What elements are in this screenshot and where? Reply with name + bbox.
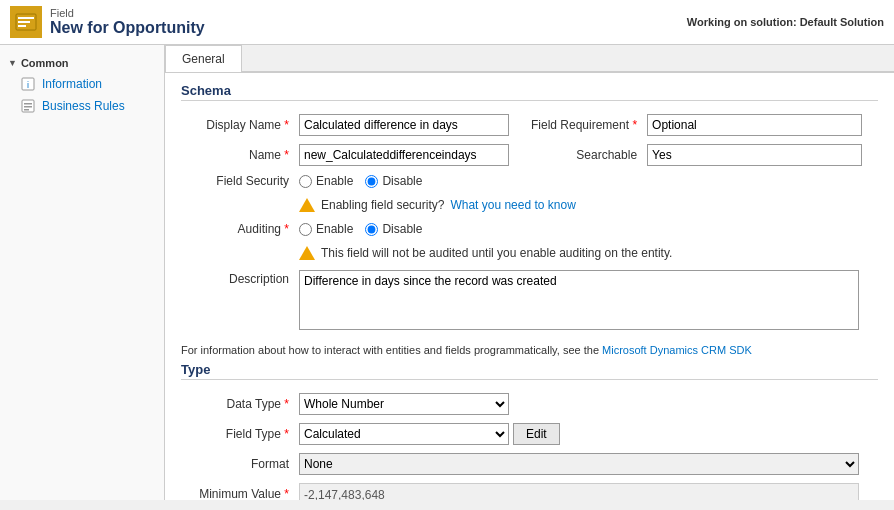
description-cell: Difference in days since the record was … bbox=[295, 267, 876, 336]
tab-general[interactable]: General bbox=[165, 45, 242, 72]
field-security-warning-row: Enabling field security? What you need t… bbox=[299, 196, 872, 214]
field-security-cell: Enable Disable bbox=[295, 171, 876, 191]
edit-button[interactable]: Edit bbox=[513, 423, 560, 445]
auditing-warning-spacer bbox=[183, 241, 293, 265]
auditing-warning-cell: This field will not be audited until you… bbox=[295, 241, 876, 265]
field-requirement-label: Field Requirement * bbox=[527, 111, 641, 139]
field-requirement-select-wrapper: Optional Business Recommended Business R… bbox=[647, 114, 862, 136]
field-security-warning-text: Enabling field security? bbox=[321, 198, 444, 212]
svg-rect-8 bbox=[24, 106, 32, 108]
auditing-required: * bbox=[284, 222, 289, 236]
form-content: Schema Display Name * Field Requirement … bbox=[165, 73, 894, 500]
name-required: * bbox=[284, 148, 289, 162]
field-type-label: Field Type * bbox=[183, 420, 293, 448]
header: Field New for Opportunity Working on sol… bbox=[0, 0, 894, 45]
schema-section-title: Schema bbox=[181, 83, 878, 101]
header-title: New for Opportunity bbox=[50, 19, 205, 37]
min-value-required: * bbox=[284, 487, 289, 500]
main-content: General Schema Display Name * Field Requ… bbox=[165, 45, 894, 500]
sidebar-item-business-rules[interactable]: Business Rules bbox=[0, 95, 164, 117]
field-security-enable-label[interactable]: Enable bbox=[299, 174, 353, 188]
auditing-cell: Enable Disable bbox=[295, 219, 876, 239]
information-icon: i bbox=[20, 76, 36, 92]
sdk-link[interactable]: Microsoft Dynamics CRM SDK bbox=[602, 344, 752, 356]
tab-bar: General bbox=[165, 45, 894, 73]
sidebar-item-information-label: Information bbox=[42, 77, 102, 91]
type-table: Data Type * Whole Number Single Line of … bbox=[181, 388, 878, 500]
auditing-enable-label[interactable]: Enable bbox=[299, 222, 353, 236]
field-requirement-cell: Optional Business Recommended Business R… bbox=[643, 111, 876, 139]
display-name-label: Display Name * bbox=[183, 111, 293, 139]
svg-text:i: i bbox=[27, 80, 29, 90]
searchable-cell: Yes No bbox=[643, 141, 876, 169]
data-type-required: * bbox=[284, 397, 289, 411]
field-type-group: Simple Calculated Rollup Edit bbox=[299, 423, 872, 445]
field-security-radio-group: Enable Disable bbox=[299, 174, 872, 188]
name-cell bbox=[295, 141, 525, 169]
sidebar-section-header: ▼ Common bbox=[0, 53, 164, 73]
header-left: Field New for Opportunity bbox=[10, 6, 205, 38]
display-name-input[interactable] bbox=[299, 114, 509, 136]
field-security-link[interactable]: What you need to know bbox=[450, 198, 575, 212]
auditing-warning-icon bbox=[299, 246, 315, 260]
header-title-block: Field New for Opportunity bbox=[50, 7, 205, 37]
name-label: Name * bbox=[183, 141, 293, 169]
sidebar-item-information[interactable]: i Information bbox=[0, 73, 164, 95]
searchable-select-wrapper: Yes No bbox=[647, 144, 862, 166]
field-security-spacer bbox=[183, 193, 293, 217]
data-type-label: Data Type * bbox=[183, 390, 293, 418]
field-type-required: * bbox=[284, 427, 289, 441]
field-security-label: Field Security bbox=[183, 171, 293, 191]
auditing-warning-text: This field will not be audited until you… bbox=[321, 246, 672, 260]
header-subtitle: Field bbox=[50, 7, 205, 19]
field-type-cell: Simple Calculated Rollup Edit bbox=[295, 420, 876, 448]
sidebar-item-business-rules-label: Business Rules bbox=[42, 99, 125, 113]
name-input[interactable] bbox=[299, 144, 509, 166]
sidebar-section-label: Common bbox=[21, 57, 69, 69]
sidebar-section-common: ▼ Common i Information bbox=[0, 49, 164, 121]
type-section-title: Type bbox=[181, 362, 878, 380]
data-type-cell: Whole Number Single Line of Text Decimal… bbox=[295, 390, 876, 418]
business-rules-icon bbox=[20, 98, 36, 114]
svg-rect-1 bbox=[18, 17, 34, 19]
format-cell: None bbox=[295, 450, 876, 478]
format-label: Format bbox=[183, 450, 293, 478]
auditing-label: Auditing * bbox=[183, 219, 293, 239]
searchable-select[interactable]: Yes No bbox=[647, 144, 862, 166]
searchable-label: Searchable bbox=[527, 141, 641, 169]
display-name-cell bbox=[295, 111, 525, 139]
layout: ▼ Common i Information bbox=[0, 45, 894, 500]
field-security-warning-cell: Enabling field security? What you need t… bbox=[295, 193, 876, 217]
field-type-select[interactable]: Simple Calculated Rollup bbox=[299, 423, 509, 445]
auditing-radio-group: Enable Disable bbox=[299, 222, 872, 236]
auditing-warning-row: This field will not be audited until you… bbox=[299, 244, 872, 262]
svg-rect-7 bbox=[24, 103, 32, 105]
format-select[interactable]: None bbox=[299, 453, 859, 475]
working-on-label: Working on solution: Default Solution bbox=[687, 16, 884, 28]
field-security-disable-label[interactable]: Disable bbox=[365, 174, 422, 188]
min-value-readonly: -2,147,483,648 bbox=[299, 483, 859, 500]
field-security-enable-radio[interactable] bbox=[299, 175, 312, 188]
field-icon bbox=[10, 6, 42, 38]
auditing-disable-radio[interactable] bbox=[365, 223, 378, 236]
display-name-required: * bbox=[284, 118, 289, 132]
auditing-enable-radio[interactable] bbox=[299, 223, 312, 236]
description-textarea[interactable]: Difference in days since the record was … bbox=[299, 270, 859, 330]
field-security-disable-radio[interactable] bbox=[365, 175, 378, 188]
schema-table: Display Name * Field Requirement * Opti bbox=[181, 109, 878, 338]
description-label: Description bbox=[183, 267, 293, 336]
data-type-select[interactable]: Whole Number Single Line of Text Decimal… bbox=[299, 393, 509, 415]
min-value-label: Minimum Value * bbox=[183, 480, 293, 500]
svg-rect-2 bbox=[18, 21, 30, 23]
min-value-cell: -2,147,483,648 bbox=[295, 480, 876, 500]
chevron-down-icon: ▼ bbox=[8, 58, 17, 68]
svg-rect-3 bbox=[18, 25, 26, 27]
auditing-disable-label[interactable]: Disable bbox=[365, 222, 422, 236]
field-requirement-select[interactable]: Optional Business Recommended Business R… bbox=[647, 114, 862, 136]
sidebar: ▼ Common i Information bbox=[0, 45, 165, 500]
sdk-info-row: For information about how to interact wi… bbox=[181, 344, 878, 356]
svg-rect-9 bbox=[24, 109, 29, 111]
field-req-required: * bbox=[632, 118, 637, 132]
warning-triangle-icon bbox=[299, 198, 315, 212]
